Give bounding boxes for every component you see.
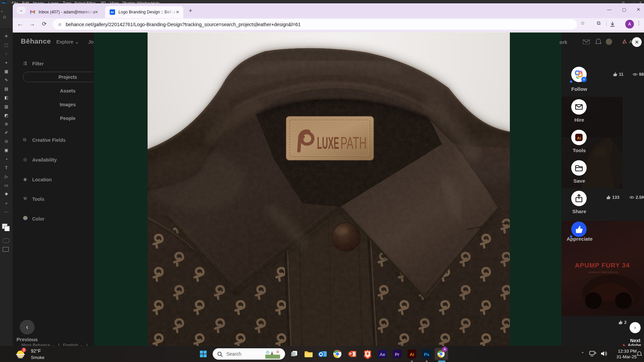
svg-text:MIDNIGHT RIDE EDITION: MIDNIGHT RIDE EDITION <box>588 271 618 274</box>
svg-text:P: P <box>350 352 352 356</box>
svg-text:3: 3 <box>23 348 25 352</box>
svg-text:Ae: Ae <box>380 352 385 357</box>
svg-text:Ai: Ai <box>410 352 414 357</box>
svg-text:Ps: Ps <box>424 352 429 357</box>
svg-text:Pr: Pr <box>395 352 399 357</box>
svg-text:APUMP FURY 34: APUMP FURY 34 <box>575 262 630 269</box>
svg-text:Ai: Ai <box>577 136 581 140</box>
svg-text:Bē: Bē <box>111 11 114 14</box>
